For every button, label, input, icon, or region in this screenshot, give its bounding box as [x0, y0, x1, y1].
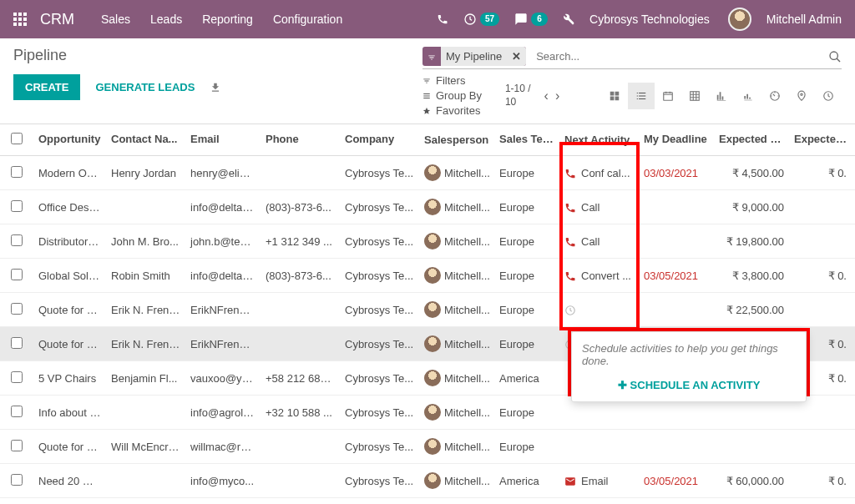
messages-icon[interactable]: 6 [514, 13, 548, 26]
pivot-view-icon[interactable] [681, 83, 708, 109]
col-phone[interactable]: Phone [261, 124, 340, 155]
cell-activity[interactable] [559, 404, 639, 421]
cell-activity[interactable]: Email [559, 466, 639, 496]
cell-activity[interactable] [559, 438, 639, 455]
pager-next-icon[interactable]: › [555, 88, 559, 103]
col-company[interactable]: Company [340, 124, 419, 155]
cell-activity[interactable]: Conf cal... [559, 158, 639, 188]
svg-rect-3 [691, 91, 700, 100]
activities-icon[interactable]: 57 [463, 13, 499, 26]
col-deadline[interactable]: My Deadline [639, 124, 714, 155]
favorites-button[interactable]: Favorites [422, 104, 482, 117]
cell-email: vauxoo@you... [185, 364, 261, 393]
download-icon[interactable] [210, 81, 221, 94]
brand[interactable]: CRM [40, 11, 74, 28]
search-input[interactable] [533, 47, 828, 66]
avatar [424, 301, 441, 318]
plus-icon: ✚ [618, 379, 627, 391]
cell-contact [106, 472, 185, 489]
company-name[interactable]: Cybrosys Technologies [589, 13, 710, 26]
activity-view-icon[interactable] [815, 83, 842, 109]
groupby-button[interactable]: Group By [422, 89, 482, 102]
table-row[interactable]: Modern Ope...Henry Jordanhenry@eligh...C… [0, 156, 855, 190]
calendar-view-icon[interactable] [655, 83, 681, 109]
avatar [424, 199, 441, 215]
avatar [424, 267, 441, 284]
select-all-checkbox[interactable] [11, 133, 23, 144]
cell-team: Europe [494, 193, 559, 222]
cell-contact: John M. Bro... [106, 227, 185, 256]
user-avatar[interactable] [728, 8, 751, 31]
generate-leads-button[interactable]: GENERATE LEADS [95, 81, 195, 93]
table-row[interactable]: Global Soluti...Robin Smithinfo@deltap..… [0, 259, 855, 293]
cell-mrr: ₹ 0. [789, 261, 852, 290]
table-row[interactable]: Quote for 12 ...Will McEncroewillmac@re.… [0, 430, 855, 464]
col-opportunity[interactable]: Opportunity [33, 124, 106, 155]
nav-reporting[interactable]: Reporting [202, 13, 253, 26]
create-button[interactable]: CREATE [13, 74, 80, 100]
row-checkbox[interactable] [11, 303, 23, 315]
search-icon[interactable] [828, 49, 842, 63]
col-contact[interactable]: Contact Na... [106, 124, 185, 155]
table-row[interactable]: Quote for 60...Erik N. FrenchErikNFrench… [0, 293, 855, 327]
cell-salesperson: Mitchell... [419, 293, 494, 326]
svg-point-5 [801, 93, 802, 95]
cell-activity[interactable]: Convert ... [559, 260, 639, 290]
tools-icon[interactable] [563, 13, 574, 25]
nav-configuration[interactable]: Configuration [273, 13, 342, 26]
row-checkbox[interactable] [11, 269, 23, 280]
cell-salesperson: Mitchell... [419, 190, 494, 224]
cohort-view-icon[interactable] [735, 83, 761, 109]
table-row[interactable]: Need 20 Des...info@myco...Cybrosys Te...… [0, 464, 855, 498]
col-mrr[interactable]: Expected ... [789, 124, 852, 155]
dashboard-view-icon[interactable] [761, 83, 788, 109]
row-checkbox[interactable] [11, 200, 23, 212]
cell-activity[interactable] [559, 295, 639, 325]
schedule-activity-button[interactable]: ✚ SCHEDULE AN ACTIVITY [582, 379, 796, 391]
pager-prev-icon[interactable]: ‹ [544, 88, 549, 103]
nav-leads[interactable]: Leads [150, 13, 182, 26]
table-row[interactable]: Distributor C...John M. Bro...john.b@tec… [0, 224, 855, 259]
user-name[interactable]: Mitchell Admin [766, 13, 842, 26]
list-view-icon[interactable] [628, 83, 655, 109]
cell-company: Cybrosys Te... [340, 193, 419, 222]
cell-email: info@deltap... [185, 261, 261, 290]
map-view-icon[interactable] [788, 83, 815, 109]
cell-salesperson: Mitchell... [419, 361, 494, 395]
nav-sales[interactable]: Sales [101, 13, 130, 26]
cell-salesperson: Mitchell... [419, 259, 494, 292]
cell-revenue [714, 438, 789, 455]
cell-contact [106, 404, 185, 421]
table-row[interactable]: Office Desig...info@deltap...(803)-873-6… [0, 190, 855, 224]
cell-activity[interactable]: Call [559, 226, 639, 256]
cell-company: Cybrosys Te... [340, 466, 419, 496]
apps-menu-icon[interactable] [13, 13, 27, 26]
cell-salesperson: Mitchell... [419, 396, 494, 429]
phone-icon[interactable] [437, 13, 448, 25]
row-checkbox[interactable] [11, 234, 23, 246]
facet-remove-icon[interactable]: ✕ [507, 47, 526, 66]
cell-team: Europe [494, 159, 559, 188]
cell-team: America [494, 364, 559, 393]
cell-phone: +58 212 681... [261, 364, 340, 393]
filters-button[interactable]: Filters [422, 74, 482, 87]
col-revenue[interactable]: Expected R... [714, 124, 789, 155]
row-checkbox[interactable] [11, 166, 23, 178]
row-checkbox[interactable] [11, 371, 23, 383]
cell-company: Cybrosys Te... [340, 364, 419, 393]
col-team[interactable]: Sales Tea... [494, 124, 559, 155]
graph-view-icon[interactable] [708, 83, 735, 109]
cell-opportunity: Need 20 Des... [33, 466, 106, 496]
kanban-view-icon[interactable] [601, 83, 628, 109]
col-activity[interactable]: Next Activity [559, 124, 639, 155]
phone-icon [564, 200, 576, 214]
row-checkbox[interactable] [11, 474, 23, 486]
col-salesperson[interactable]: Salesperson [419, 124, 494, 155]
row-checkbox[interactable] [11, 440, 23, 451]
row-checkbox[interactable] [11, 406, 23, 417]
avatar [424, 370, 441, 386]
cell-activity[interactable]: Call [559, 192, 639, 222]
row-checkbox[interactable] [11, 337, 23, 349]
cell-mrr: ₹ 0. [789, 466, 852, 496]
col-email[interactable]: Email [185, 124, 261, 155]
